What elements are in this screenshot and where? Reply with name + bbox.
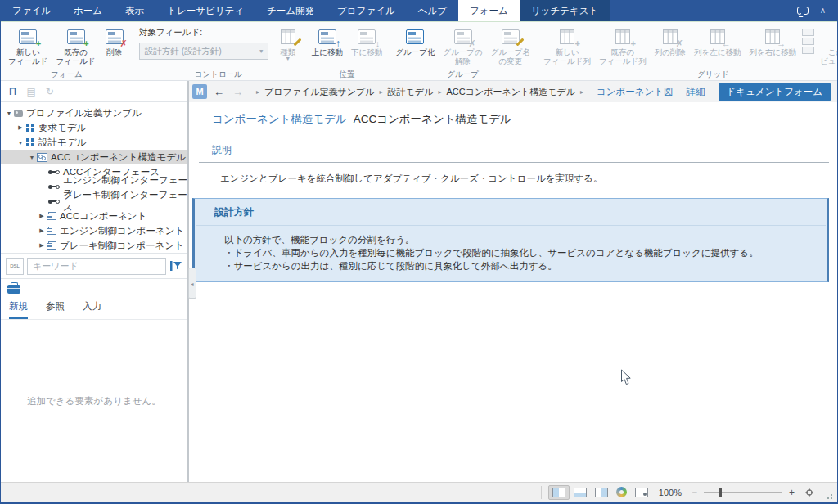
breadcrumb-arrow-icon: ▸: [380, 88, 383, 96]
model-icon: [26, 138, 29, 142]
tab-file[interactable]: ファイル: [1, 0, 62, 21]
tree-item-requirements[interactable]: ▶ 要求モデル: [1, 120, 187, 135]
collapse-sidebar-handle[interactable]: ◂: [188, 268, 196, 299]
breadcrumb-item[interactable]: 設計モデル: [388, 86, 434, 98]
description-text[interactable]: エンジンとブレーキを統合制御してアダプティブ・クルーズ・コントロールを実現する。: [220, 173, 829, 185]
zoom-slider[interactable]: [704, 492, 782, 493]
rename-group-button[interactable]: グループ名 の変更: [487, 24, 534, 67]
tab-profile[interactable]: プロファイル: [326, 0, 407, 21]
copy-icon[interactable]: ▤: [26, 87, 35, 97]
dsl-icon[interactable]: DSL: [6, 258, 24, 275]
view-button-document-form[interactable]: ドキュメントフォーム: [719, 83, 831, 101]
pan-icon[interactable]: [803, 486, 816, 499]
breadcrumb-item[interactable]: プロファイル定義サンプル: [264, 86, 375, 98]
tab-input[interactable]: 入力: [83, 300, 101, 319]
group-label-control: コントロール: [134, 68, 303, 80]
collapse-ribbon-icon[interactable]: ∧: [820, 7, 826, 15]
group-label-group: グループ: [391, 68, 534, 80]
component-icon: [48, 227, 56, 235]
close-pane-button[interactable]: [631, 485, 652, 500]
layout-horizontal-split-button[interactable]: [570, 485, 591, 500]
ribbon-group-control: 対象フィールド: 設計方針 (設計方針) ▼ 種類 ▼ コントロール: [133, 24, 304, 80]
tab-reference[interactable]: 参照: [46, 300, 65, 319]
ungroup-button[interactable]: ✗ グループの 解除: [439, 24, 486, 67]
policy-text[interactable]: 以下の方針で、機能ブロックの分割を行う。 ・ドライバ、車両からの入力を種別毎に機…: [195, 226, 827, 281]
expander-icon[interactable]: ▼: [16, 140, 25, 146]
expander-icon[interactable]: ▶: [37, 227, 47, 234]
document-form-view: M ← → ▸ プロファイル定義サンプル ▸ 設計モデル ▸ ACCコンポーネン…: [189, 81, 837, 482]
zoom-in-button[interactable]: +: [786, 487, 798, 498]
move-column-right-button[interactable]: → 列を右に移動: [745, 24, 800, 58]
move-down-button[interactable]: ↓ 下に移動: [347, 24, 386, 58]
tab-help[interactable]: ヘルプ: [407, 0, 458, 21]
feedback-icon[interactable]: [797, 7, 809, 15]
field-type-button[interactable]: 種類 ▼: [273, 24, 303, 63]
tree-item-brake-component[interactable]: ▶ ブレーキ制御コンポーネント: [1, 238, 187, 253]
tab-view[interactable]: 表示: [114, 0, 155, 21]
policy-section-header[interactable]: 設計方針: [195, 199, 827, 225]
group-label-grid: グリッド: [539, 68, 838, 80]
single-pane-icon: [552, 488, 565, 497]
expander-icon[interactable]: ▼: [27, 155, 37, 160]
description-section-header[interactable]: 説明: [212, 143, 829, 157]
filter-icon[interactable]: [169, 259, 182, 272]
toolbox-header: [1, 279, 187, 299]
breadcrumb-bar: M ← → ▸ プロファイル定義サンプル ▸ 設計モデル ▸ ACCコンポーネン…: [189, 81, 837, 102]
keyword-search-input[interactable]: [27, 258, 166, 275]
tab-richtext[interactable]: リッチテキスト: [520, 0, 610, 21]
tree-item-root[interactable]: ▼ プロファイル定義サンプル: [1, 106, 187, 120]
resize-grip[interactable]: [826, 489, 832, 496]
expander-icon[interactable]: ▶: [37, 213, 47, 219]
tab-team[interactable]: チーム開発: [255, 0, 326, 21]
delete-column-button[interactable]: ✗ 列の削除: [651, 24, 690, 58]
view-link-component-diagram[interactable]: コンポーネント図: [597, 86, 674, 98]
layout-single-pane-button[interactable]: [548, 485, 570, 500]
zoom-slider-thumb[interactable]: [719, 488, 722, 497]
forward-button[interactable]: →: [231, 87, 245, 97]
set-columns-as-view-button[interactable]: ✓ この列構成を ビュー定義にする: [816, 24, 838, 67]
model-tree-icon[interactable]: Π: [9, 86, 16, 97]
new-field-button[interactable]: + 新しい フィールド: [4, 24, 52, 67]
group-button[interactable]: グループ化: [391, 24, 439, 58]
tab-form[interactable]: フォーム: [458, 0, 520, 21]
tab-new[interactable]: 新規: [9, 300, 28, 319]
tree-item-brake-interface[interactable]: ブレーキ制御インターフェース: [1, 194, 187, 209]
delete-field-button[interactable]: ✗ 削除: [100, 24, 129, 58]
toolbox-tabs: 新規 参照 入力: [1, 299, 187, 320]
back-button[interactable]: ←: [212, 87, 226, 97]
zoom-out-button[interactable]: −: [688, 487, 701, 498]
interface-icon: [48, 200, 60, 204]
expander-icon[interactable]: ▶: [16, 124, 25, 131]
sync-icon[interactable]: ↻: [46, 87, 54, 97]
tab-traceability[interactable]: トレーサビリティ: [155, 0, 255, 21]
diagram-icon: [37, 153, 47, 162]
breadcrumb-item[interactable]: ACCコンポーネント構造モデル: [446, 86, 575, 98]
navigator-toolbar: Π ▤ ↻: [1, 81, 187, 102]
app-window: ファイル ホーム 表示 トレーサビリティ チーム開発 プロファイル ヘルプ フォ…: [0, 0, 838, 504]
model-name-label: ACCコンポーネント構造モデル: [354, 113, 511, 125]
policy-section[interactable]: 設計方針 以下の方針で、機能ブロックの分割を行う。 ・ドライバ、車両からの入力を…: [192, 198, 829, 282]
new-field-column-button[interactable]: + 新しい フィールド列: [539, 24, 595, 67]
tab-home[interactable]: ホーム: [62, 0, 114, 21]
tree-item-engine-component[interactable]: ▶ エンジン制御コンポーネント: [1, 223, 187, 238]
traceability-view-button[interactable]: [612, 484, 631, 500]
breadcrumb-arrow-icon: ▸: [580, 88, 583, 96]
group-label-form: フォーム: [4, 68, 129, 80]
existing-field-column-button[interactable]: + 既存の フィールド列: [595, 24, 651, 67]
move-up-button[interactable]: ↑ 上に移動: [308, 24, 347, 58]
existing-field-button[interactable]: + 既存の フィールド: [52, 24, 99, 67]
move-column-left-button[interactable]: ← 列を左に移動: [690, 24, 745, 58]
view-link-details[interactable]: 詳細: [687, 86, 705, 98]
expander-icon[interactable]: ▼: [4, 110, 14, 116]
tree-item-design[interactable]: ▼ 設計モデル: [1, 135, 187, 150]
interface-icon: [48, 185, 60, 189]
mouse-cursor: [620, 369, 632, 386]
ribbon-group-grid: + 新しい フィールド列 + 既存の フィールド列 ✗ 列の削除 ← 列を左に移…: [538, 24, 838, 80]
plus-icon: +: [630, 39, 635, 48]
tree-item-acc-structure-model[interactable]: ▼ ACCコンポーネント構造モデル: [1, 150, 187, 164]
layout-vertical-split-button[interactable]: [591, 485, 612, 500]
target-field-combobox[interactable]: 設計方針 (設計方針) ▼: [139, 43, 268, 60]
chevron-down-icon: ▼: [255, 43, 268, 59]
ribbon: + 新しい フィールド + 既存の フィールド ✗ 削除 フォーム: [1, 22, 837, 81]
expander-icon[interactable]: ▶: [37, 242, 47, 249]
